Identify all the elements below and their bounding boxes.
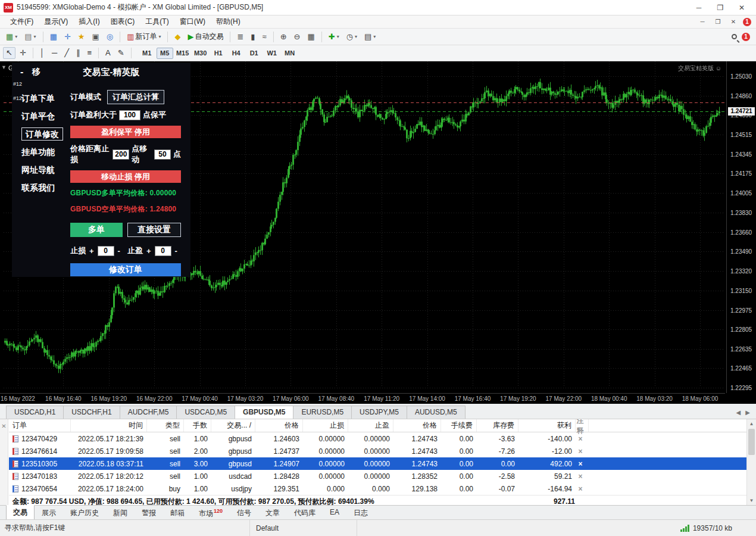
table-row[interactable]: 1234766142022.05.17 19:09:58sell2.00gbpu… (9, 445, 746, 457)
zoom-out-button[interactable]: ⊖ (291, 31, 304, 43)
close-order-button[interactable]: × (576, 460, 589, 468)
tab-scroll-right-icon[interactable]: ▶ (745, 409, 750, 416)
chart-line-button[interactable]: ≈ (260, 31, 270, 43)
data-window-button[interactable]: ✛ (61, 31, 74, 43)
templates-button[interactable]: ▤▾ (361, 31, 379, 43)
window-maximize-button[interactable]: ❐ (710, 1, 731, 14)
column-header-5[interactable]: 价格 (255, 419, 303, 432)
terminal-tab-交易[interactable]: 交易 (6, 505, 35, 521)
menu-window[interactable]: 窗口(W) (174, 15, 211, 28)
chart-candles-button[interactable]: ▮ (248, 31, 258, 43)
timeframe-h4-button[interactable]: H4 (228, 48, 245, 59)
modify-order-button[interactable]: 修改订单 (70, 263, 181, 276)
chart-tab-gbpusd-m5[interactable]: GBPUSD,M5 (235, 406, 293, 419)
trail-step-input[interactable] (154, 149, 171, 160)
periods-button[interactable]: ◷▾ (343, 31, 360, 43)
channel-tool-button[interactable]: ∥ (73, 47, 83, 59)
new-chart-button[interactable]: ▦▾ (3, 31, 20, 43)
take-profit-input[interactable] (155, 246, 171, 256)
ea-menu-item[interactable]: 订单平仓 (12, 108, 68, 126)
menu-view[interactable]: 显示(V) (39, 15, 73, 28)
chevron-down-icon[interactable]: ▾ (337, 34, 339, 39)
close-order-button[interactable]: × (576, 472, 589, 481)
time-axis[interactable]: 16 May 202216 May 16:4016 May 19:2016 Ma… (0, 393, 725, 404)
menu-tools[interactable]: 工具(T) (140, 15, 174, 28)
panel-move-button[interactable]: 移 (32, 67, 56, 77)
column-header-7[interactable]: 止盈 (348, 419, 393, 432)
chevron-down-icon[interactable]: ▾ (34, 34, 36, 39)
trail-distance-input[interactable] (113, 149, 129, 160)
sl-plus-button[interactable]: + (89, 247, 95, 255)
scroll-down-icon[interactable]: ▼ (747, 496, 756, 505)
chart-tab-usdcad-h1[interactable]: USDCAD,H1 (6, 406, 64, 419)
column-header-8[interactable]: 价格 (393, 419, 441, 432)
chart-tab-usdchf-h1[interactable]: USDCHF,H1 (63, 406, 120, 419)
trailing-stop-toggle-button[interactable]: 移动止损 停用 (70, 170, 181, 183)
direct-set-button[interactable]: 直接设置 (127, 223, 181, 237)
indicators-button[interactable]: ✚▾ (326, 31, 342, 43)
vertical-line-tool-button[interactable]: │ (37, 47, 48, 59)
ea-menu-item[interactable]: 订单修改 (12, 126, 68, 144)
timeframe-m1-button[interactable]: M1 (139, 48, 155, 59)
ea-menu-item[interactable]: 网址导航 (12, 161, 68, 179)
terminal-scrollbar[interactable]: ▲ ▼ (746, 419, 756, 505)
new-order-button[interactable]: ▥新订单▾ (124, 30, 164, 43)
scroll-up-icon[interactable]: ▲ (747, 419, 756, 428)
table-row[interactable]: 1234701832022.05.17 18:20:12sell1.00usdc… (9, 470, 746, 482)
terminal-close-icon[interactable]: ✕ (1, 423, 6, 429)
chart-restore-button[interactable]: ❐ (712, 18, 724, 25)
cursor-tool-button[interactable]: ↖ (3, 47, 15, 59)
profiles-button[interactable]: ▤▾ (21, 31, 39, 43)
order-mode-button[interactable]: 订单汇总计算 (107, 90, 164, 104)
fibonacci-tool-button[interactable]: ≡ (84, 47, 95, 59)
tab-scroll-left-icon[interactable]: ◀ (736, 409, 741, 416)
search-icon[interactable] (732, 34, 737, 39)
status-profile[interactable]: Default (250, 520, 357, 536)
horizontal-line-tool-button[interactable]: ─ (49, 47, 60, 59)
stop-loss-input[interactable] (98, 246, 114, 256)
column-header-12[interactable]: 注释 (576, 419, 589, 432)
column-header-10[interactable]: 库存费 (477, 419, 518, 432)
table-row[interactable]: 1234706542022.05.17 18:24:00buy1.00usdjp… (9, 482, 746, 495)
column-header-3[interactable]: 手数 (184, 419, 211, 432)
toolbar-notification-badge[interactable]: 1 (742, 33, 750, 41)
chart-tab-audchf-m5[interactable]: AUDCHF,M5 (120, 406, 177, 419)
panel-minimize-button[interactable]: - (20, 67, 32, 77)
chart-tab-audusd-m5[interactable]: AUDUSD,M5 (407, 406, 466, 419)
navigator-button[interactable]: ★ (75, 31, 88, 43)
auto-trading-button[interactable]: ▶自动交易 (185, 30, 226, 43)
text-tool-button[interactable]: A (102, 47, 114, 59)
strategy-tester-button[interactable]: ◎ (104, 31, 116, 43)
close-order-button[interactable]: × (576, 485, 589, 493)
timeframe-h1-button[interactable]: H1 (210, 48, 227, 59)
timeframe-m30-button[interactable]: M30 (192, 48, 209, 59)
ea-menu-item[interactable]: 联系我们 (12, 179, 68, 197)
chart-bars-button[interactable]: ≣ (234, 31, 246, 43)
chart-tab-usdcad-m5[interactable]: USDCAD,M5 (176, 406, 235, 419)
chevron-down-icon[interactable]: ▾ (373, 34, 376, 39)
price-axis[interactable]: 1.250301.248601.246901.245151.243451.241… (726, 61, 756, 393)
scrollbar-thumb[interactable] (748, 429, 755, 455)
table-row[interactable]: 1234704292022.05.17 18:21:39sell1.00gbpu… (9, 432, 746, 445)
profit-threshold-input[interactable] (119, 110, 140, 120)
close-order-button[interactable]: × (576, 435, 589, 443)
menu-insert[interactable]: 插入(I) (73, 15, 105, 28)
timeframe-m15-button[interactable]: M15 (174, 48, 191, 59)
market-watch-button[interactable]: ▦ (47, 31, 60, 43)
chevron-down-icon[interactable]: ▾ (158, 34, 161, 39)
tp-minus-button[interactable]: - (174, 247, 178, 255)
tp-plus-button[interactable]: + (146, 247, 152, 255)
menu-help[interactable]: 帮助(H) (211, 15, 246, 28)
notification-badge[interactable]: 1 (743, 18, 751, 26)
column-header-2[interactable]: 类型 (147, 419, 184, 432)
trendline-tool-button[interactable]: ╱ (61, 47, 72, 59)
column-header-4[interactable]: 交易... / (211, 419, 255, 432)
table-row[interactable]: 1235103052022.05.18 03:37:11sell3.00gbpu… (9, 457, 746, 470)
chart-close-button[interactable]: ✕ (727, 18, 739, 25)
crosshair-tool-button[interactable]: ✛ (17, 47, 29, 59)
metaeditor-button[interactable]: ◆ (171, 31, 183, 43)
column-header-11[interactable]: 获利 (518, 419, 576, 432)
terminal-button[interactable]: ▣ (89, 31, 102, 43)
chevron-down-icon[interactable]: ▾ (15, 34, 17, 39)
chart-tab-usdjpy-m5[interactable]: USDJPY,M5 (351, 406, 407, 419)
